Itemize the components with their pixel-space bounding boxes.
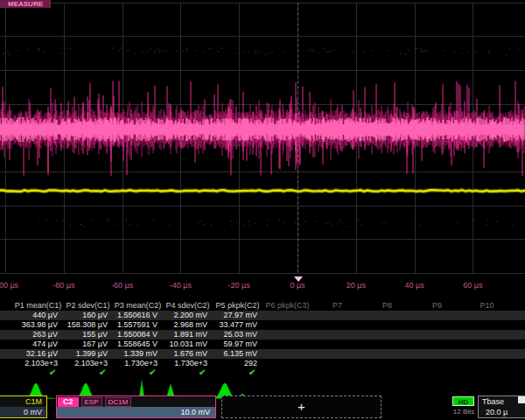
param-header-p4[interactable]: P4 sdev(C2) xyxy=(163,301,213,311)
hd-bits-label: 12 Bits xyxy=(447,408,480,416)
param-value: 1.550084 V xyxy=(115,330,158,340)
param-value: 32.16 µV xyxy=(15,349,58,359)
param-value: 1.891 mV xyxy=(164,330,207,340)
param-value: 1.339 mV xyxy=(115,349,158,359)
time-axis-label: -100 µs xyxy=(0,281,18,290)
param-value: 263 µV xyxy=(15,330,58,340)
param-header-p8[interactable]: P8 xyxy=(362,301,412,311)
c1-trace xyxy=(0,190,525,192)
param-header-p10[interactable]: P10 xyxy=(462,301,512,311)
c2-coupling-tag: DC1M xyxy=(105,397,132,407)
param-header-p1[interactable]: P1 mean(C1) xyxy=(13,301,63,311)
channel-descriptor-c2[interactable]: C2 ESP DC1M 10.0 mV xyxy=(56,396,216,418)
time-axis-label: 0 µs xyxy=(290,281,304,290)
time-axis-label: -40 µs xyxy=(170,281,192,290)
cropped-top-label: MEASURE xyxy=(0,0,51,8)
param-header-p9[interactable]: P9 xyxy=(412,301,462,311)
param-value: 160 µV xyxy=(65,311,108,320)
param-status-check-icon: ✔ xyxy=(49,368,56,378)
param-status-check-icon: ✔ xyxy=(199,368,206,378)
time-axis-label: 40 µs xyxy=(404,281,424,290)
param-value: 27.97 mV xyxy=(214,311,257,320)
add-trace-button[interactable]: + xyxy=(221,396,382,418)
param-value: 167 µV xyxy=(65,340,108,349)
param-value: 2.200 mV xyxy=(164,311,207,320)
oscilloscope-screen: MEASURE -100 µs-80 µs-60 µs-40 µs-20 µs0… xyxy=(0,0,525,420)
param-value: 25.03 mV xyxy=(214,330,257,340)
time-axis-label: 60 µs xyxy=(463,281,482,290)
c1-coupling-label: C1M xyxy=(0,396,46,407)
param-status-check-icon: ✔ xyxy=(248,368,256,378)
param-value: 158.308 µV xyxy=(65,320,108,330)
param-value: 6.135 mV xyxy=(214,349,257,359)
c2-channel-badge: C2 xyxy=(58,397,79,407)
param-header-p3[interactable]: P3 mean(C2) xyxy=(113,301,163,311)
c1-scale-value: 0 mV xyxy=(0,407,46,417)
param-header-p6[interactable]: P6 pkpk(C3) xyxy=(262,301,312,311)
param-value: 10.031 mV xyxy=(164,340,207,349)
c2-scale-value: 10.0 mV xyxy=(57,407,215,417)
param-status-check-icon: ✔ xyxy=(149,368,156,378)
tbase-corner-fragment xyxy=(518,396,525,403)
param-value: 59.97 mV xyxy=(214,340,257,349)
c2-esp-tag: ESP xyxy=(81,397,102,407)
time-axis-label: -60 µs xyxy=(111,281,133,290)
param-value: 1.558645 V xyxy=(115,340,158,349)
param-header-p5[interactable]: P5 pkpk(C2) xyxy=(213,301,262,311)
time-axis-label: 20 µs xyxy=(346,281,366,290)
time-axis-label: -80 µs xyxy=(52,281,74,290)
channel-descriptor-c1[interactable]: C1M 0 mV xyxy=(0,396,47,418)
param-header-p7[interactable]: P7 xyxy=(312,301,362,311)
param-value: 2.968 mV xyxy=(164,320,207,330)
param-value: 155 µV xyxy=(65,330,108,340)
param-header-p2[interactable]: P2 sdev(C1) xyxy=(63,301,113,311)
param-status-check-icon: ✔ xyxy=(99,368,106,378)
tbase-value: 20.0 µ xyxy=(479,407,525,417)
hd-mode-badge[interactable]: HD xyxy=(452,396,474,406)
param-value: 33.477 mV xyxy=(214,320,257,330)
param-value: 474 µV xyxy=(15,340,58,349)
param-value: 1.550616 V xyxy=(115,311,158,320)
param-value: 1.399 µV xyxy=(65,349,108,359)
param-value: 363.98 µV xyxy=(15,320,58,330)
param-value: 440 µV xyxy=(15,311,58,320)
trigger-position-icon[interactable] xyxy=(294,276,303,282)
time-axis-label: -20 µs xyxy=(228,281,250,290)
param-value: 1.676 mV xyxy=(164,349,207,359)
param-value: 1.557591 V xyxy=(115,320,158,330)
